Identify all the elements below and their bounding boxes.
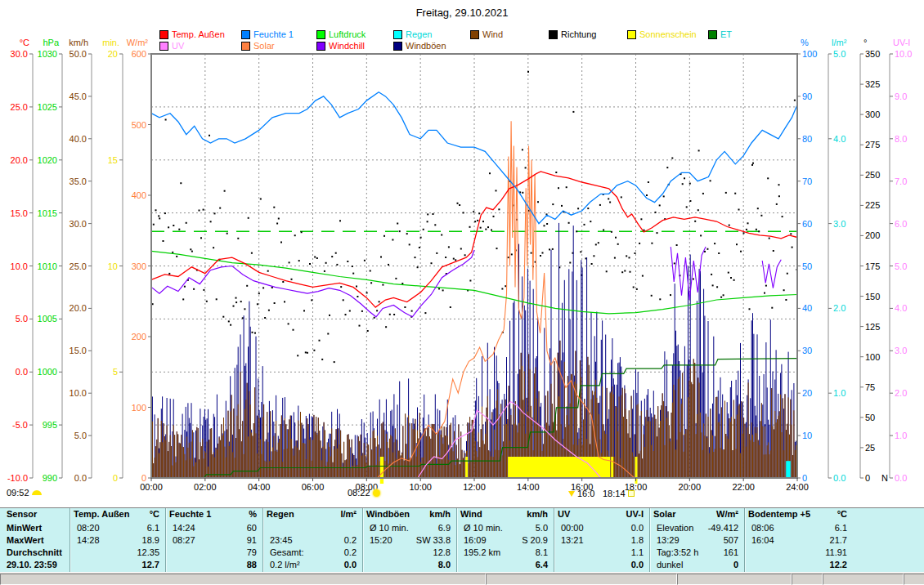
axis-tick-label: 1.0 <box>895 431 907 440</box>
x-axis-label: 24:00 <box>786 482 809 492</box>
axis-tick-label: 600 <box>132 49 146 59</box>
axis-tick-label: 90 <box>802 92 812 101</box>
table-cell: 8.1 <box>536 547 548 557</box>
axis-header: l/m² <box>832 38 847 47</box>
table-cell: 18.9 <box>142 535 159 545</box>
table-cell: 507 <box>724 535 738 545</box>
table-cell: 0.2 <box>344 547 357 557</box>
axis-tick-label: 0.0 <box>16 367 28 377</box>
axis-tick-label: 10 <box>108 261 118 271</box>
table-col-name: Temp. Außen <box>74 509 129 519</box>
table-cell: 6.4 <box>536 560 548 569</box>
statusbar-segment <box>677 574 792 585</box>
table-cell: Ø 10 min. <box>370 523 409 533</box>
table-col-windb-en: Windböenkm/hØ 10 min.6.915:20SW 33.812.8… <box>362 508 457 573</box>
table-cell: Ø 10 min. <box>464 523 503 533</box>
axis-tick-label: 0.0 <box>833 473 846 483</box>
axis-tick-label: 5.0 <box>833 49 846 59</box>
axis-tick-label: 350 <box>865 49 880 59</box>
table-cell: 0.0 <box>344 560 357 569</box>
axis-tick-label: 100 <box>132 403 146 413</box>
table-row-labels: SensorMinWertMaxWertDurchschnitt29.10. 2… <box>0 508 70 573</box>
axis-tick-label: 25.0 <box>11 102 28 112</box>
table-cell: 08:27 <box>173 535 195 545</box>
axis-tick-label: 70 <box>802 176 812 186</box>
sun-icon <box>373 489 380 497</box>
table-cell: Elevation <box>657 523 693 533</box>
axis-tick-label: 5.0 <box>16 314 28 324</box>
axis-tick-label: 1020 <box>38 155 57 165</box>
axis-tick-label: 500 <box>132 120 146 130</box>
axis-header: % <box>801 38 809 47</box>
table-cell: dunkel <box>657 560 683 569</box>
table-col-wind: Windkm/hØ 10 min.5.016:09S 20.9195.2 km8… <box>456 508 554 573</box>
table-cell: Sensor <box>7 509 37 519</box>
table-col-name: Solar <box>653 509 676 519</box>
axis-tick-label: 60 <box>802 219 812 229</box>
table-cell: 08:20 <box>77 523 100 533</box>
table-cell: 0.0 <box>631 560 644 569</box>
table-cell: SW 33.8 <box>416 535 451 545</box>
table-col-name: Windböen <box>366 509 410 519</box>
sunset-time: 18:14 <box>603 489 626 498</box>
statusbar-segment <box>792 574 823 585</box>
x-axis-label: 10:00 <box>409 482 432 492</box>
axis-tick-label: 7.0 <box>895 176 907 186</box>
axis-tick-label: 1025 <box>38 102 57 112</box>
axis-tick-label: 0.0 <box>895 473 907 483</box>
axis-tick-label: 30.0 <box>11 49 28 59</box>
axis-tick-label: 0 <box>865 473 870 483</box>
axis-tick-label: 9.0 <box>895 92 907 101</box>
table-col-temp-au-en: Temp. Außen°C08:206.114:2818.912.3512.7 <box>70 508 166 573</box>
table-cell: 00:00 <box>561 523 584 533</box>
statusbar-segment <box>0 574 486 585</box>
status-bar <box>0 572 924 585</box>
table-cell: 1.1 <box>631 547 644 557</box>
axis-tick-label: 10 <box>802 431 812 440</box>
axis-tick-label: 2.0 <box>833 303 846 313</box>
series-windchill-nacht <box>762 260 781 288</box>
axis-tick-label: 20.0 <box>11 155 28 165</box>
table-col-bodentemp-5: Bodentemp +5°C08:066.116:0421.711.9112.2 <box>744 508 924 573</box>
moonrise-time: 09:52 <box>7 488 29 498</box>
table-cell: 161 <box>724 547 738 557</box>
table-cell: 14:28 <box>77 535 100 545</box>
table-col-unit: km/h <box>429 509 451 519</box>
axis-tick-label: 990 <box>43 473 57 483</box>
axis-tick-label: 30 <box>802 346 812 355</box>
sunset-marker: 18:14 <box>603 489 635 498</box>
axis-tick-label: 8.0 <box>895 134 907 144</box>
x-axis-label: 22:00 <box>732 482 755 492</box>
axis-tick-label: 10.0 <box>895 49 912 59</box>
axis-tick-label: 20.0 <box>70 303 87 313</box>
axis-tick-label: 0.0 <box>74 473 87 483</box>
table-cell: Durchschnitt <box>7 547 62 557</box>
axis-header: ° <box>863 38 867 47</box>
axis-tick-label: 6.0 <box>895 219 907 229</box>
axis-tick-label: 4.0 <box>833 134 846 144</box>
table-col-name: Regen <box>267 509 294 519</box>
table-col-uv: UVUV-I00:000.013:211.81.10.0 <box>554 508 650 573</box>
table-col-name: UV <box>558 509 570 519</box>
axis-header: km/h <box>69 38 88 47</box>
axis-header: W/m² <box>127 38 149 47</box>
x-axis-label: 00:00 <box>140 482 163 492</box>
table-cell: 12.35 <box>137 547 159 557</box>
axis-tick-label: 300 <box>132 261 146 271</box>
axis-tick-label: 1015 <box>38 208 57 218</box>
axis-tick-label: 200 <box>865 230 880 240</box>
axis-tick-label: -5.0 <box>12 420 28 430</box>
table-cell: 91 <box>247 535 257 545</box>
table-col-unit: °C <box>150 509 159 519</box>
table-cell: 16:04 <box>751 535 774 545</box>
axis-header: UV-I <box>893 38 910 47</box>
table-cell: 13:21 <box>561 535 584 545</box>
table-col-name: Feuchte 1 <box>169 509 211 519</box>
table-col-feuchte-1: Feuchte 1%14:246008:27917988 <box>165 508 263 573</box>
table-cell: -49.412 <box>708 523 738 533</box>
table-col-unit: W/m² <box>716 509 738 519</box>
axis-tick-label: 25.0 <box>70 261 87 271</box>
axis-tick-label: 3.0 <box>895 346 907 355</box>
axis-tick-label: 50.0 <box>70 49 87 59</box>
axis-tick-label: 75 <box>865 382 875 392</box>
